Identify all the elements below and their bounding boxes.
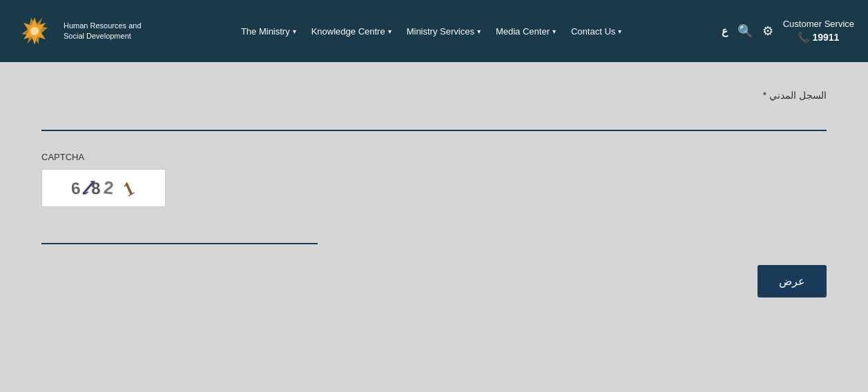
main-content: السجل المدني * CAPTCHA 6 𝑙 8 2 1 عرض — [0, 62, 868, 325]
chevron-down-icon: ▾ — [293, 28, 296, 35]
chevron-down-icon: ▾ — [388, 28, 392, 35]
customer-service-info: Customer Service 📞 19911 — [783, 17, 854, 46]
svg-point-2 — [30, 27, 39, 35]
captcha-label: CAPTCHA — [41, 152, 827, 162]
captcha-section: CAPTCHA 6 𝑙 8 2 1 — [41, 152, 827, 265]
logo-icon — [14, 10, 55, 52]
captcha-image: 6 𝑙 8 2 1 — [41, 169, 166, 207]
navbar-actions: ع 🔍 ⚙ Customer Service 📞 19911 — [722, 17, 854, 46]
nav-services[interactable]: Ministry Services ▾ — [401, 22, 486, 41]
civil-registry-label: السجل المدني * — [41, 90, 827, 101]
logo-section: Human Resources and Social Development — [14, 10, 142, 52]
form-actions: عرض — [41, 265, 827, 297]
submit-button[interactable]: عرض — [758, 265, 827, 297]
captcha-input-wrapper — [41, 221, 827, 265]
chevron-down-icon: ▾ — [618, 28, 621, 35]
search-icon[interactable]: 🔍 — [737, 23, 753, 39]
chevron-down-icon: ▾ — [552, 28, 556, 35]
civil-registry-input[interactable] — [41, 108, 827, 131]
gear-icon[interactable]: ⚙ — [762, 23, 773, 39]
captcha-input[interactable] — [41, 221, 318, 244]
logo-text: Human Resources and Social Development — [64, 21, 142, 42]
civil-registry-field: السجل المدني * — [41, 90, 827, 131]
captcha-char: 8 — [90, 178, 104, 198]
nav-links: The Ministry ▾ Knowledge Centre ▾ Minist… — [142, 22, 722, 41]
language-toggle[interactable]: ع — [722, 25, 728, 37]
nav-contact[interactable]: Contact Us ▾ — [566, 22, 627, 41]
nav-ministry[interactable]: The Ministry ▾ — [235, 22, 302, 41]
navbar: Human Resources and Social Development T… — [0, 0, 868, 62]
nav-knowledge[interactable]: Knowledge Centre ▾ — [306, 22, 397, 41]
chevron-down-icon: ▾ — [477, 28, 481, 35]
phone-icon: 📞 — [798, 30, 809, 45]
nav-media[interactable]: Media Center ▾ — [490, 22, 561, 41]
captcha-char: 2 — [102, 177, 117, 199]
